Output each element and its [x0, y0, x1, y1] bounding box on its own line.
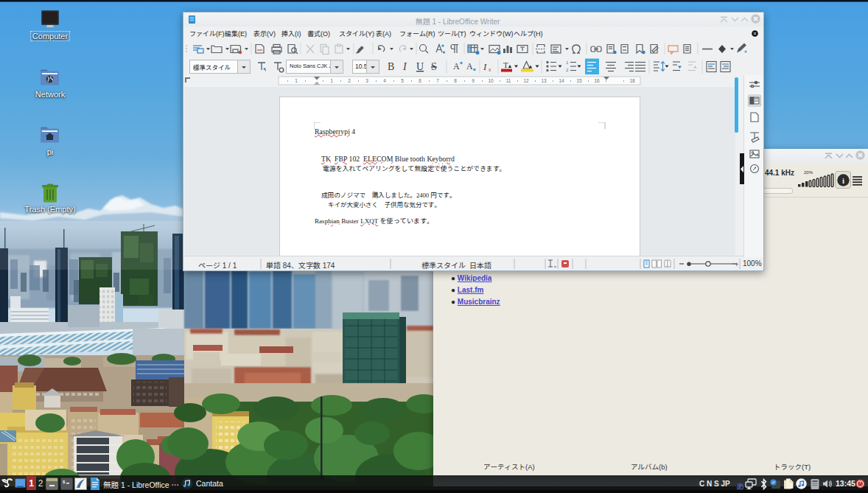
svg-text:18: 18 [629, 78, 635, 83]
svg-text:x: x [489, 67, 491, 72]
svg-text:2: 2 [566, 68, 569, 72]
svg-text:B: B [388, 61, 394, 72]
svg-text:I: I [483, 61, 487, 72]
svg-text:16: 16 [594, 78, 600, 83]
svg-text:2: 2 [348, 78, 351, 83]
svg-text:13: 13 [541, 78, 547, 83]
svg-text:4: 4 [383, 78, 386, 83]
svg-text:3: 3 [365, 78, 368, 83]
svg-text:12: 12 [523, 78, 529, 83]
svg-text:S: S [431, 61, 437, 72]
svg-text:7: 7 [436, 78, 439, 83]
svg-text:10: 10 [488, 78, 494, 83]
svg-text:i: i [842, 176, 844, 185]
svg-text:9: 9 [472, 78, 475, 83]
svg-text:11: 11 [506, 78, 511, 83]
svg-text:6: 6 [419, 78, 421, 83]
svg-text:1: 1 [295, 78, 298, 83]
svg-text:+: + [735, 260, 739, 268]
svg-text:1: 1 [566, 60, 569, 65]
svg-text:I: I [402, 61, 407, 72]
svg-text:20%: 20% [804, 170, 813, 175]
svg-text:5: 5 [401, 78, 404, 83]
svg-text:A: A [453, 61, 460, 71]
svg-text:15: 15 [576, 78, 582, 83]
svg-text:A: A [466, 61, 473, 71]
svg-text:1: 1 [330, 78, 333, 83]
svg-text:T: T [503, 60, 508, 69]
svg-text:14: 14 [559, 78, 564, 83]
svg-text:8: 8 [454, 78, 457, 83]
svg-text:U: U [416, 61, 424, 72]
